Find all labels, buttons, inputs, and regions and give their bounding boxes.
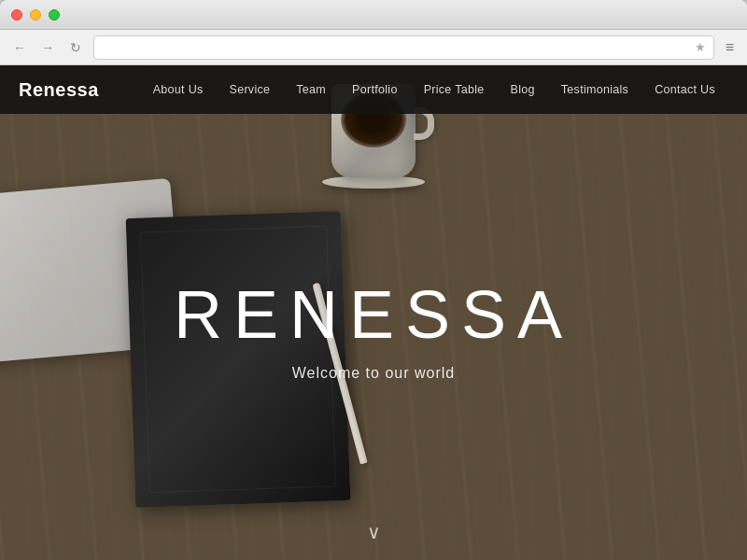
hero-subtitle: Welcome to our world <box>174 365 573 382</box>
nav-team[interactable]: Team <box>283 77 339 102</box>
close-button[interactable] <box>11 9 22 21</box>
address-bar[interactable]: ★ <box>93 35 714 60</box>
browser-toolbar: ← → ↻ ★ ≡ <box>0 30 747 65</box>
browser-menu-button[interactable]: ≡ <box>722 39 738 56</box>
maximize-button[interactable] <box>49 9 60 21</box>
scroll-down-button[interactable]: ∨ <box>367 521 381 543</box>
browser-chrome: ← → ↻ ★ ≡ <box>0 0 747 65</box>
browser-titlebar <box>0 0 747 30</box>
hero-content: RENESSA Welcome to our world <box>174 281 573 382</box>
site-logo[interactable]: Renessa <box>19 79 99 101</box>
reload-button[interactable]: ↻ <box>65 37 86 58</box>
forward-button[interactable]: → <box>37 37 58 58</box>
navbar: Renessa About Us Service Team Portfolio … <box>0 65 747 114</box>
nav-service[interactable]: Service <box>217 77 284 102</box>
website-content: Renessa About Us Service Team Portfolio … <box>0 65 747 560</box>
minimize-button[interactable] <box>30 9 41 21</box>
nav-links: About Us Service Team Portfolio Price Ta… <box>140 77 728 102</box>
nav-about-us[interactable]: About Us <box>140 77 217 102</box>
browser-window: ← → ↻ ★ ≡ Renessa About Us <box>0 0 747 560</box>
nav-portfolio[interactable]: Portfolio <box>339 77 411 102</box>
bookmark-icon[interactable]: ★ <box>695 40 706 54</box>
nav-price-table[interactable]: Price Table <box>411 77 498 102</box>
nav-testimonials[interactable]: Testimonials <box>548 77 641 102</box>
hero-title: RENESSA <box>174 281 573 348</box>
nav-contact-us[interactable]: Contact Us <box>641 77 728 102</box>
cup-saucer <box>322 175 425 189</box>
nav-blog[interactable]: Blog <box>498 77 548 102</box>
back-button[interactable]: ← <box>9 37 30 58</box>
